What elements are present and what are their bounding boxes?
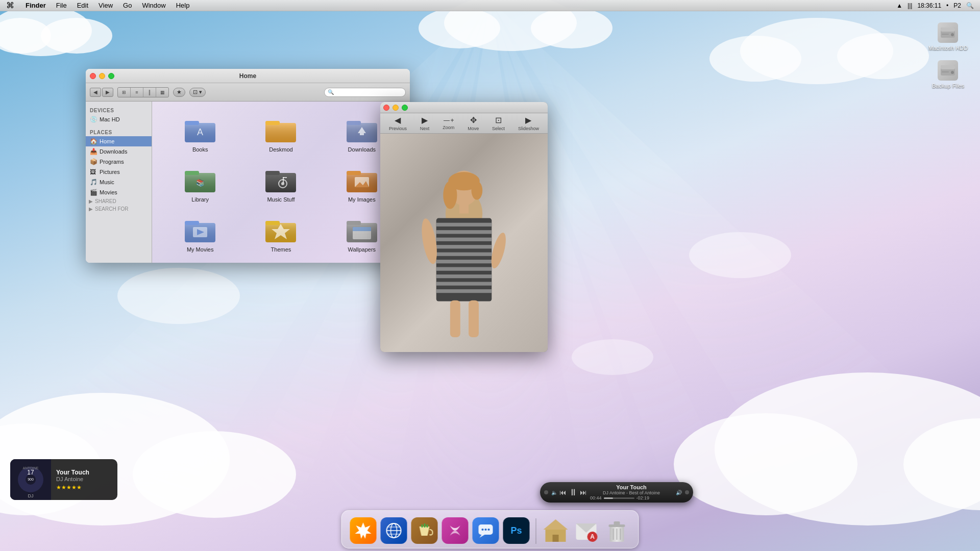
rewind-button[interactable]: ⏮ [559, 488, 567, 496]
preview-slideshow-button[interactable]: ▶ Slideshow [515, 114, 542, 132]
sidebar-downloads[interactable]: 📥 Downloads [86, 146, 152, 157]
svg-rect-94 [450, 300, 460, 337]
search-arrow: ▶ [89, 206, 93, 212]
svg-text:DJ: DJ [28, 493, 34, 498]
svg-text:A: A [590, 533, 595, 540]
desktop-icon-hdd[interactable]: Macintosh HDD [926, 20, 970, 53]
svg-rect-80 [459, 204, 469, 213]
library-label: Library [191, 196, 209, 203]
maximize-button[interactable] [108, 73, 114, 79]
preview-maximize-button[interactable] [402, 105, 408, 111]
menu-help[interactable]: Help [171, 2, 195, 9]
folder-library[interactable]: 📚 Library [162, 162, 238, 207]
search-icon: 🔍 [328, 89, 334, 95]
volume-control: 🔊 [676, 490, 682, 495]
action-button[interactable]: ★ [173, 88, 185, 97]
view-column-button[interactable]: ║ [143, 88, 156, 97]
preview-move-button[interactable]: ✥ Move [464, 114, 482, 132]
sidebar-programs[interactable]: 📦 Programs [86, 157, 152, 167]
downloads-icon: 📥 [90, 148, 97, 155]
finder-toolbar: ◀ ▶ ⊞ ≡ ║ ▦ ★ ⊡ ▾ 🔍 [86, 83, 410, 102]
search-toggle[interactable]: ▶ SEARCH FOR [86, 205, 152, 213]
home-folder-icon [543, 517, 569, 544]
svg-rect-82 [436, 223, 492, 227]
svg-point-78 [443, 181, 457, 209]
preview-select-button[interactable]: ⊡ Select [489, 114, 508, 132]
globe-icon [381, 517, 407, 544]
search-box[interactable]: 🔍 [324, 88, 406, 97]
view-icon-button[interactable]: ⊞ [118, 88, 130, 97]
dock-item-chat[interactable] [473, 517, 499, 544]
svg-rect-42 [347, 121, 361, 125]
folder-music-stuff[interactable]: Music Stuff [243, 162, 318, 207]
menu-go[interactable]: Go [118, 2, 137, 9]
arrange-button[interactable]: ⊡ ▾ [189, 88, 206, 97]
dock-item-ps[interactable]: Ps [503, 517, 530, 544]
notif-stars: ★★★★★ [56, 484, 112, 491]
svg-rect-72 [347, 221, 361, 225]
trash-icon [604, 517, 630, 544]
dock-item-ribbon[interactable] [442, 517, 469, 544]
view-list-button[interactable]: ≡ [131, 88, 143, 97]
svg-rect-68 [265, 221, 280, 225]
pause-button[interactable]: ⏸ [569, 487, 578, 498]
zoom-icon: — + [444, 117, 453, 124]
volume-low-icon: 🔈 [551, 490, 557, 495]
desktop-icon-backup[interactable]: Backup Files [930, 58, 966, 91]
dock-item-burst[interactable] [350, 517, 377, 544]
progress-bar[interactable] [604, 497, 634, 499]
sidebar-music[interactable]: 🎵 Music [86, 177, 152, 187]
svg-rect-120 [553, 535, 559, 542]
menu-view[interactable]: View [93, 2, 118, 9]
close-button[interactable] [90, 73, 96, 79]
notif-title: Your Touch [56, 469, 112, 476]
preview-next-button[interactable]: ▶ Next [417, 114, 433, 132]
svg-rect-109 [422, 524, 423, 528]
apple-menu[interactable]: ⌘ [0, 1, 20, 10]
desktop-icons: Macintosh HDD Backup Files [926, 20, 970, 91]
menu-file[interactable]: File [51, 2, 72, 9]
backup-label: Backup Files [932, 83, 964, 89]
preview-zoom-button[interactable]: — + Zoom [439, 116, 457, 131]
preview-close-button[interactable] [383, 105, 389, 111]
preview-minimize-button[interactable] [393, 105, 399, 111]
wallpapers-label: Wallpapers [348, 246, 376, 253]
sidebar-home[interactable]: 🏠 Home [86, 136, 152, 146]
forward-button[interactable]: ▶ [102, 88, 113, 97]
menubar: ⌘ Finder File Edit View Go Window Help ▲… [0, 0, 980, 11]
svg-rect-26 [941, 28, 955, 32]
menu-window[interactable]: Window [137, 2, 170, 9]
dock-item-trash[interactable] [604, 517, 630, 544]
svg-point-116 [488, 529, 490, 531]
move-label: Move [468, 126, 479, 131]
fast-forward-button[interactable]: ⏭ [580, 488, 587, 496]
dock-item-home[interactable] [543, 517, 569, 544]
sidebar-movies[interactable]: 🎬 Movies [86, 187, 152, 197]
folder-themes[interactable]: Themes [243, 212, 318, 257]
sidebar-pictures[interactable]: 🖼 Pictures [86, 167, 152, 177]
music-title: Your Touch [590, 484, 673, 490]
view-cover-button[interactable]: ▦ [156, 88, 168, 97]
sidebar-mac-hd[interactable]: 💿 Mac HD [86, 114, 152, 124]
folder-my-movies[interactable]: My Movies [162, 212, 238, 257]
preview-previous-button[interactable]: ◀ Previous [386, 114, 410, 132]
menu-edit[interactable]: Edit [72, 2, 93, 9]
svg-rect-47 [185, 171, 199, 175]
dock-item-tea[interactable] [411, 517, 438, 544]
music-dot-right [685, 490, 689, 494]
back-button[interactable]: ◀ [90, 88, 101, 97]
folder-deskmod[interactable]: Deskmod [243, 112, 318, 157]
minimize-button[interactable] [99, 73, 105, 79]
photoshop-icon: Ps [503, 517, 530, 544]
svg-rect-39 [265, 121, 280, 125]
programs-icon: 📦 [90, 158, 97, 165]
search-icon[interactable]: 🔍 [966, 2, 974, 9]
svg-point-115 [485, 529, 487, 531]
shared-toggle[interactable]: ▶ SHARED [86, 197, 152, 205]
svg-rect-89 [436, 274, 492, 278]
dock-item-globe[interactable] [381, 517, 407, 544]
dock-item-letter[interactable]: A [573, 517, 600, 544]
svg-rect-111 [427, 524, 428, 528]
folder-books[interactable]: A Books [162, 112, 238, 157]
svg-text:📚: 📚 [196, 179, 205, 187]
